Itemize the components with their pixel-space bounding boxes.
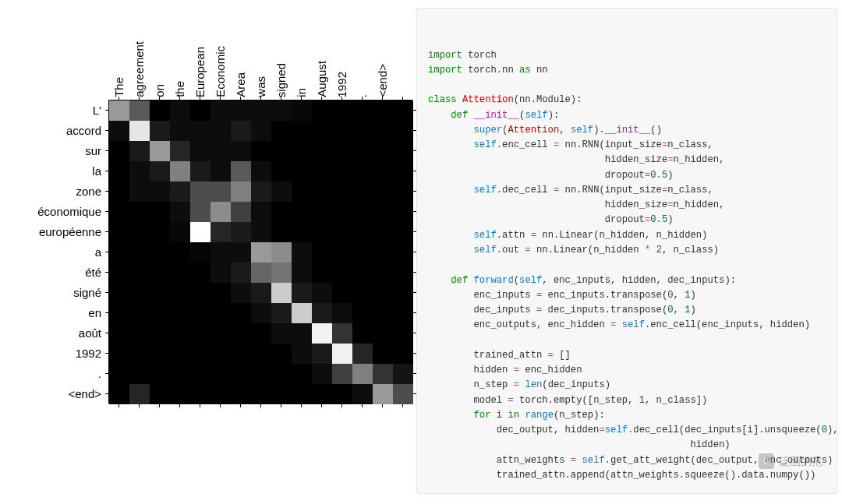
heatmap-cell <box>210 141 231 161</box>
heatmap-cell <box>271 182 292 202</box>
heatmap-cell <box>190 202 210 222</box>
heatmap-cell <box>170 344 190 364</box>
heatmap-cell <box>352 384 373 404</box>
heatmap-cell <box>129 344 150 364</box>
col-label: 1992 <box>331 8 352 97</box>
row-label: . <box>5 363 106 383</box>
heatmap-cell <box>210 283 231 303</box>
heatmap-cell <box>292 222 312 242</box>
heatmap-cell <box>352 364 373 384</box>
heatmap-cell <box>190 364 210 384</box>
heatmap-cell <box>129 384 150 404</box>
heatmap-cell <box>373 100 393 121</box>
heatmap-cell <box>373 384 393 404</box>
heatmap-cell <box>150 100 170 121</box>
heatmap-cell <box>373 303 393 323</box>
heatmap-cell <box>190 323 210 344</box>
row-label: sur <box>5 140 106 160</box>
heatmap-cell <box>251 100 271 121</box>
heatmap-cell <box>210 161 231 182</box>
col-label: Area <box>230 8 250 97</box>
heatmap-cell <box>251 222 271 242</box>
heatmap-cell <box>129 283 150 303</box>
heatmap-cell <box>150 303 170 323</box>
heatmap-cell <box>393 222 413 242</box>
heatmap-cell <box>231 161 251 182</box>
heatmap-cell <box>129 182 150 202</box>
heatmap-cell <box>231 384 251 404</box>
heatmap-cell <box>231 364 251 384</box>
heatmap-cell <box>292 364 312 384</box>
heatmap-cell <box>251 263 271 283</box>
heatmap-cell <box>373 141 393 161</box>
heatmap-cell <box>271 121 292 141</box>
row-label: la <box>5 160 106 181</box>
heatmap-cell <box>109 202 129 222</box>
heatmap-cell <box>150 141 170 161</box>
heatmap-cell <box>292 182 312 202</box>
heatmap-cell <box>332 242 352 263</box>
heatmap-cell <box>231 283 251 303</box>
heatmap-cell <box>251 161 271 182</box>
heatmap-cell <box>292 202 312 222</box>
heatmap-cell <box>271 141 292 161</box>
heatmap-cell <box>312 161 332 182</box>
heatmap-cell <box>109 344 129 364</box>
heatmap-cell <box>231 263 251 283</box>
heatmap-cell <box>292 242 312 263</box>
row-label: européenne <box>5 221 106 241</box>
col-label: August <box>311 8 331 97</box>
heatmap-cell <box>292 263 312 283</box>
heatmap-cell <box>150 222 170 242</box>
heatmap-cell <box>170 242 190 263</box>
heatmap-cell <box>170 283 190 303</box>
row-label: L' <box>5 100 106 120</box>
heatmap-cell <box>332 182 352 202</box>
heatmap-cell <box>251 323 271 344</box>
heatmap-cell <box>251 344 271 364</box>
row-label: accord <box>5 120 106 140</box>
col-label: European <box>189 8 210 97</box>
heatmap-cell <box>231 100 251 121</box>
heatmap-cell <box>352 303 373 323</box>
heatmap-cell <box>312 141 332 161</box>
heatmap-row-labels: L'accordsurlazoneéconomiqueeuropéenneaét… <box>5 100 106 404</box>
heatmap-cell <box>129 222 150 242</box>
heatmap-cell <box>109 384 129 404</box>
heatmap-cell <box>373 242 393 263</box>
heatmap-cell <box>170 121 190 141</box>
heatmap-cell <box>190 303 210 323</box>
heatmap-cell <box>352 141 373 161</box>
heatmap-cell <box>352 323 373 344</box>
col-label: in <box>291 8 311 97</box>
heatmap-cell <box>271 242 292 263</box>
heatmap-cell <box>190 242 210 263</box>
row-label: août <box>5 322 106 343</box>
heatmap-cell <box>312 121 332 141</box>
heatmap-cell <box>210 242 231 263</box>
heatmap-cell <box>393 202 413 222</box>
col-label: The <box>108 8 129 97</box>
heatmap-cell <box>271 100 292 121</box>
col-label: agreement <box>129 8 149 97</box>
heatmap-cell <box>150 323 170 344</box>
heatmap-cell <box>332 222 352 242</box>
heatmap-cell <box>352 283 373 303</box>
heatmap-cell <box>210 182 231 202</box>
heatmap-cell <box>210 100 231 121</box>
heatmap-cell <box>352 222 373 242</box>
heatmap-cell <box>373 323 393 344</box>
heatmap-cell <box>271 303 292 323</box>
heatmap-cell <box>190 100 210 121</box>
row-label: zone <box>5 181 106 201</box>
heatmap-grid <box>108 100 412 404</box>
heatmap-cell <box>271 161 292 182</box>
heatmap-cell <box>393 141 413 161</box>
heatmap-cell <box>190 141 210 161</box>
heatmap-cell <box>129 364 150 384</box>
heatmap-cell <box>210 222 231 242</box>
heatmap-cell <box>332 161 352 182</box>
heatmap-cell <box>170 182 190 202</box>
heatmap-cell <box>109 161 129 182</box>
heatmap-cell <box>210 364 231 384</box>
